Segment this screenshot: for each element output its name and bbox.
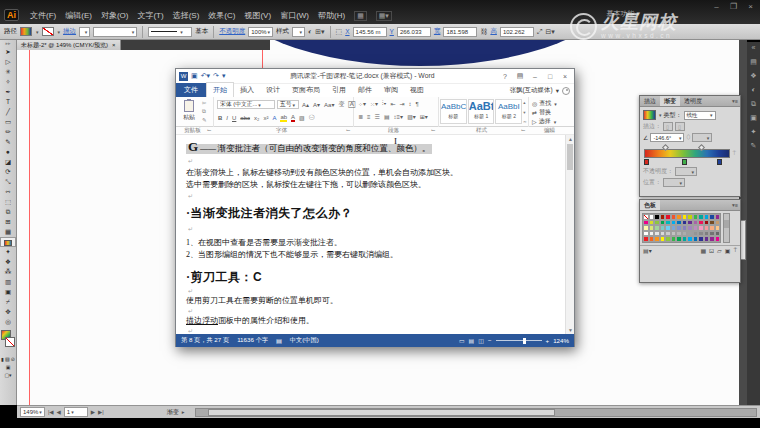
styles-scroll-up-icon[interactable]: ▴	[523, 100, 527, 105]
zoom-in-icon[interactable]: +	[546, 337, 550, 344]
underline-button[interactable]: U	[232, 115, 236, 121]
page-indicator[interactable]: 第 8 页，共 27 页	[181, 336, 229, 345]
subscript-button[interactable]: x₂	[254, 115, 259, 121]
cut-icon[interactable]: ✂	[202, 100, 207, 106]
styles-more-icon[interactable]: ≂	[523, 119, 527, 124]
layers-panel-icon[interactable]: ⧉	[751, 100, 756, 108]
stroke-link[interactable]: 描边	[63, 27, 76, 36]
ai-menu-type[interactable]: 文字(T)	[137, 10, 163, 21]
stop-opacity-field[interactable]: ▾	[675, 167, 697, 176]
font-size-select[interactable]: 五号▾	[277, 100, 299, 109]
screen-mode-button[interactable]: ▢▾	[4, 372, 11, 378]
paste-button[interactable]: 粘贴	[179, 100, 199, 122]
ai-menu-help[interactable]: 帮助(H)	[318, 10, 345, 21]
arrange-documents-menu-icon[interactable]: ▦▾	[376, 11, 392, 21]
tab-stroke-panel[interactable]: 描边	[640, 96, 660, 106]
bullets-icon[interactable]: ⁘▾	[358, 100, 366, 107]
artwork-ellipse[interactable]	[225, 40, 615, 66]
zoom-slider-thumb[interactable]	[523, 338, 526, 344]
tab-insert[interactable]: 插入	[234, 83, 260, 97]
text-effects-icon[interactable]: A	[272, 115, 276, 121]
document-tab-close-icon[interactable]: ×	[112, 40, 116, 50]
link-dimensions-icon[interactable]: ⛓	[480, 28, 487, 35]
paragraph-dialog-launcher-icon[interactable]: ⌙	[431, 127, 436, 133]
bold-button[interactable]: B	[218, 115, 222, 121]
ribbon-display-options-icon[interactable]: ▤	[514, 72, 526, 80]
type-tool[interactable]: T	[0, 97, 16, 107]
tab-references[interactable]: 引用	[326, 83, 352, 97]
blend-tool[interactable]: ❖	[0, 257, 16, 267]
shading-icon[interactable]: ▨▾	[407, 113, 416, 120]
ai-menu-window[interactable]: 窗口(W)	[280, 10, 309, 21]
stroke-color-swatch[interactable]	[42, 27, 54, 36]
eraser-tool[interactable]: ◪	[0, 157, 16, 167]
appearance-panel-icon[interactable]: ◐	[751, 86, 755, 94]
horizontal-scrollbar-thumb[interactable]	[208, 409, 555, 416]
panel-menu-icon[interactable]: ▾≡	[730, 96, 740, 106]
height-field-label[interactable]: 高	[490, 27, 497, 36]
hand-tool[interactable]: ✥	[0, 307, 16, 317]
gradient-type-select[interactable]: 线性▾	[684, 111, 716, 120]
swatch-libraries-icon[interactable]: ▤▾	[643, 247, 652, 254]
panel-menu-icon[interactable]: ▾≡	[730, 200, 740, 210]
gradient-button[interactable]: ▧	[5, 356, 10, 362]
line-segment-tool[interactable]: ╱	[0, 107, 16, 117]
fill-dropdown-icon[interactable]: ▾	[36, 29, 39, 35]
enclose-characters-icon[interactable]: ㊀	[309, 113, 315, 122]
word-help-button[interactable]: ?	[499, 73, 511, 80]
print-layout-icon[interactable]: ▤	[469, 337, 475, 344]
multilevel-list-icon[interactable]: ⫶▾	[382, 100, 386, 107]
gradient-stop[interactable]	[682, 159, 687, 165]
x-field-label[interactable]: X	[345, 28, 349, 35]
style-select[interactable]: ▾	[292, 27, 305, 37]
ai-menu-select[interactable]: 选择(S)	[173, 10, 200, 21]
clipboard-dialog-launcher-icon[interactable]: ⌙	[207, 127, 212, 133]
word-minimize-button[interactable]: –	[529, 73, 541, 80]
web-layout-icon[interactable]: ◫	[478, 337, 484, 344]
find-button[interactable]: ◎查找▾	[532, 99, 571, 108]
opacity-select[interactable]: 100%▾	[248, 27, 273, 37]
gradient-slider[interactable]: ⍑	[644, 145, 736, 165]
word-scrollbar-thumb[interactable]	[567, 144, 573, 170]
free-transform-tool[interactable]: ⬚	[0, 197, 16, 207]
delete-swatch-icon[interactable]: ⍑	[733, 247, 737, 254]
styles-scroll-down-icon[interactable]: ▾	[523, 110, 527, 115]
collapse-dock-icon[interactable]: «	[752, 44, 756, 52]
change-case-icon[interactable]: Aa▾	[324, 101, 334, 108]
delete-stop-icon[interactable]: ⍑	[732, 150, 736, 157]
borders-icon[interactable]: ⊞▾	[420, 113, 428, 120]
arrange-documents-icon[interactable]: ▦	[354, 11, 367, 21]
rectangle-tool[interactable]: ▭	[0, 117, 16, 127]
phonetic-guide-icon[interactable]: 变	[338, 100, 344, 109]
y-field-label[interactable]: Y	[390, 28, 394, 35]
word-count[interactable]: 11636 个字	[237, 336, 268, 345]
opacity-link[interactable]: 不透明度	[219, 27, 245, 36]
tab-gradient-panel[interactable]: 渐变	[660, 96, 680, 106]
swatches-scrollbar-thumb[interactable]	[724, 220, 729, 228]
artboards-panel-icon[interactable]: ▣	[750, 114, 757, 122]
new-color-group-icon[interactable]: ▱	[717, 247, 722, 254]
toolbar-grip[interactable]: ▸▸	[0, 40, 16, 47]
stroke-proxy-swatch[interactable]	[5, 337, 15, 347]
customize-qat-icon[interactable]: ▾	[222, 72, 226, 80]
stop-location-field[interactable]: ▾	[663, 178, 685, 187]
symbols-panel-icon[interactable]: ✦	[751, 128, 757, 136]
zoom-out-icon[interactable]: −	[488, 337, 492, 344]
save-icon[interactable]: ▣	[191, 72, 198, 80]
ai-menu-file[interactable]: 文件(F)	[30, 10, 56, 21]
zoom-percentage[interactable]: 124%	[553, 337, 569, 344]
transform-icon[interactable]: ⬚	[336, 28, 343, 36]
ai-menu-view[interactable]: 视图(V)	[244, 10, 271, 21]
tab-mailings[interactable]: 邮件	[352, 83, 378, 97]
redo-icon[interactable]: ↷	[213, 72, 219, 80]
format-painter-icon[interactable]: ✎	[202, 117, 207, 123]
ai-menu-object[interactable]: 对象(O)	[101, 10, 129, 21]
width-tool[interactable]: ⇿	[0, 187, 16, 197]
scroll-down-icon[interactable]: ▼	[566, 326, 574, 334]
align-center-icon[interactable]: ≡	[367, 114, 371, 120]
replace-button[interactable]: ⇄替换	[532, 108, 571, 117]
tab-transparency-panel[interactable]: 透明度	[680, 96, 706, 106]
tab-page-layout[interactable]: 页面布局	[286, 83, 326, 97]
status-options-icon[interactable]: ▸	[182, 409, 185, 415]
width-field[interactable]: 181.598	[443, 27, 477, 37]
